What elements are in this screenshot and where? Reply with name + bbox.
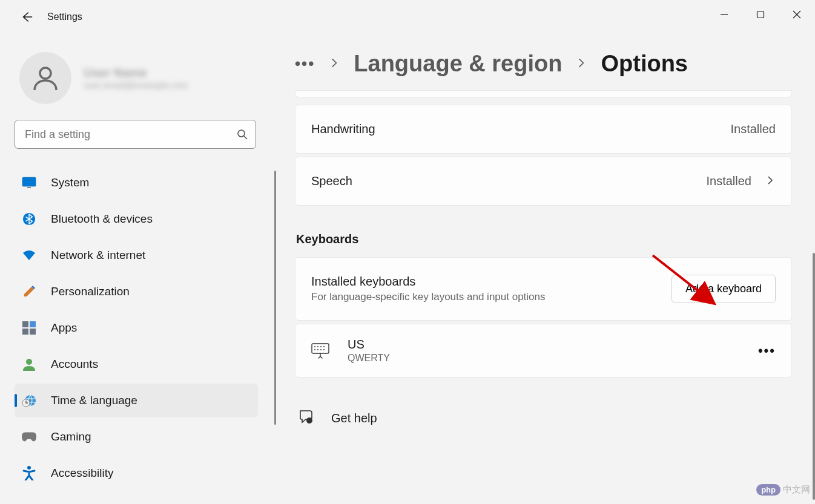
user-name: User Name	[84, 66, 188, 80]
back-button[interactable]	[15, 5, 39, 29]
nav-label: System	[51, 176, 89, 189]
more-options-icon[interactable]: •••	[758, 343, 776, 359]
gamepad-icon	[22, 430, 36, 444]
svg-point-2	[238, 130, 245, 137]
user-profile[interactable]: User Name user.email@example.com	[15, 34, 276, 120]
close-button[interactable]	[779, 0, 815, 29]
help-icon: ?	[299, 409, 314, 427]
search-icon	[237, 129, 248, 140]
card-stub	[295, 90, 792, 97]
svg-rect-15	[312, 344, 329, 353]
svg-rect-5	[27, 187, 31, 188]
chevron-right-icon	[328, 57, 340, 71]
avatar	[19, 52, 71, 104]
get-help-link[interactable]: ? Get help	[295, 409, 792, 427]
chevron-right-icon	[575, 57, 587, 71]
svg-point-14	[27, 466, 31, 470]
keyboards-heading: Keyboards	[296, 232, 792, 246]
card-speech[interactable]: Speech Installed	[295, 157, 792, 206]
svg-point-1	[40, 68, 51, 79]
svg-rect-0	[757, 11, 764, 18]
sidebar-item-time-language[interactable]: Time & language	[15, 384, 258, 417]
installed-keyboards-desc: For language-specific key layouts and in…	[311, 291, 546, 303]
breadcrumb-more-icon[interactable]: •••	[295, 54, 315, 73]
main-scrollbar[interactable]	[813, 253, 815, 500]
minimize-button[interactable]	[706, 0, 742, 29]
nav-label: Personalization	[51, 285, 130, 298]
keyboard-entry[interactable]: US QWERTY •••	[295, 324, 792, 378]
breadcrumb-parent[interactable]: Language & region	[354, 51, 562, 77]
get-help-label: Get help	[331, 411, 377, 425]
bluetooth-icon	[22, 212, 36, 226]
sidebar-item-accessibility[interactable]: Accessibility	[15, 456, 258, 490]
account-icon	[22, 357, 36, 371]
watermark-text: 中文网	[783, 484, 810, 496]
card-title: Speech	[311, 174, 352, 188]
sidebar-item-network[interactable]: Network & internet	[15, 238, 258, 272]
app-title: Settings	[47, 11, 82, 22]
svg-text:?: ?	[308, 419, 311, 423]
keyboard-name: US	[348, 338, 390, 352]
monitor-icon	[22, 175, 36, 190]
sidebar-item-gaming[interactable]: Gaming	[15, 420, 258, 454]
chevron-right-icon	[765, 175, 776, 188]
card-status: Installed	[731, 122, 776, 136]
card-status: Installed	[707, 174, 752, 188]
svg-rect-10	[30, 329, 36, 335]
sidebar-item-personalization[interactable]: Personalization	[15, 275, 258, 309]
watermark: php 中文网	[756, 484, 810, 496]
sidebar-item-system[interactable]: System	[15, 166, 258, 200]
card-title: Handwriting	[311, 122, 375, 136]
nav-label: Bluetooth & devices	[51, 212, 153, 226]
card-installed-keyboards: Installed keyboards For language-specifi…	[295, 257, 792, 321]
apps-icon	[22, 321, 36, 335]
sidebar-scrollbar[interactable]	[274, 171, 276, 425]
svg-rect-7	[22, 321, 28, 327]
keyboard-layout: QWERTY	[348, 353, 390, 364]
nav-label: Network & internet	[51, 249, 145, 262]
svg-point-11	[26, 359, 32, 365]
svg-rect-8	[30, 321, 36, 327]
watermark-badge: php	[756, 484, 780, 496]
search-input[interactable]	[15, 120, 256, 149]
add-keyboard-button[interactable]: Add a keyboard	[671, 275, 776, 303]
card-handwriting[interactable]: Handwriting Installed	[295, 105, 792, 154]
nav-label: Accessibility	[51, 466, 113, 480]
nav-label: Gaming	[51, 430, 91, 443]
keyboard-icon	[311, 343, 329, 359]
svg-rect-3	[22, 177, 36, 186]
main-content: ••• Language & region Options Handwritin…	[276, 34, 815, 504]
nav-label: Accounts	[51, 358, 98, 371]
nav-label: Apps	[51, 321, 77, 335]
svg-rect-9	[22, 329, 28, 335]
sidebar-item-apps[interactable]: Apps	[15, 311, 258, 345]
breadcrumb: ••• Language & region Options	[295, 51, 792, 77]
maximize-button[interactable]	[742, 0, 779, 29]
user-email: user.email@example.com	[84, 80, 188, 90]
sidebar: User Name user.email@example.com System	[0, 34, 276, 504]
accessibility-icon	[22, 466, 36, 480]
sidebar-item-accounts[interactable]: Accounts	[15, 347, 258, 381]
clock-globe-icon	[22, 393, 36, 408]
breadcrumb-current: Options	[601, 51, 688, 77]
paintbrush-icon	[22, 284, 36, 299]
sidebar-item-bluetooth[interactable]: Bluetooth & devices	[15, 202, 258, 236]
window-controls	[706, 0, 815, 29]
wifi-icon	[22, 248, 36, 263]
nav-label: Time & language	[51, 394, 137, 407]
installed-keyboards-title: Installed keyboards	[311, 275, 546, 289]
